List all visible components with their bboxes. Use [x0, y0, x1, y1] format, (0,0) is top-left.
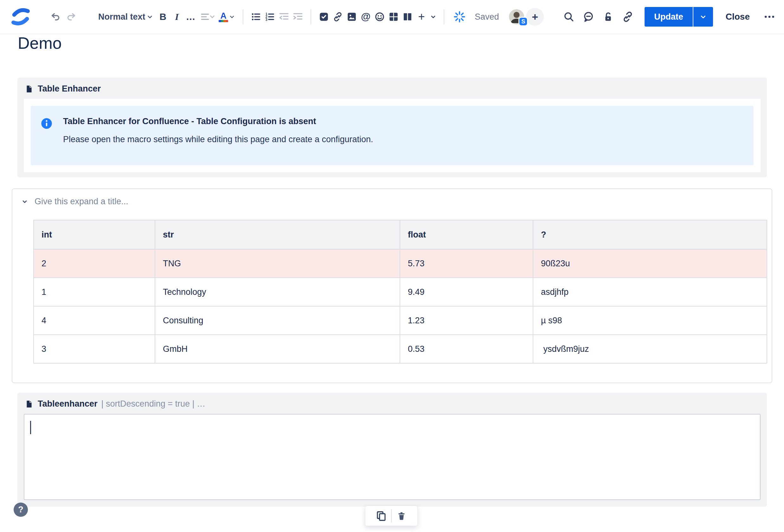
chevron-down-icon[interactable]	[20, 197, 29, 206]
avatar[interactable]: S	[509, 9, 524, 24]
close-button[interactable]: Close	[726, 12, 750, 22]
table-cell[interactable]: 2	[34, 249, 155, 278]
column-header[interactable]: float	[400, 220, 533, 249]
table-row: 2 TNG 5.73 90ß23u	[34, 249, 767, 278]
alignment-button[interactable]	[198, 9, 217, 24]
avatar-status-badge: S	[519, 17, 528, 26]
macro-name: Table Enhancer	[38, 84, 101, 94]
macro-name: Tableenhancer	[38, 399, 97, 409]
image-button[interactable]	[345, 9, 359, 24]
italic-button[interactable]: I	[170, 9, 184, 24]
macro-header: Table Enhancer	[18, 78, 767, 94]
table-cell[interactable]: Consulting	[155, 306, 400, 335]
text-style-label: Normal text	[98, 12, 145, 22]
outdent-icon	[277, 9, 291, 24]
update-button[interactable]: Update	[645, 7, 693, 27]
copy-link-icon[interactable]	[620, 9, 635, 24]
macro-body: Table Enhancer for Confluence - Table Co…	[24, 99, 760, 172]
search-icon[interactable]	[562, 9, 576, 24]
insert-dropdown-chevron-icon[interactable]	[428, 9, 438, 24]
layout-button[interactable]	[400, 9, 415, 24]
expand-panel: Give this expand a title... int str floa…	[12, 188, 772, 383]
unlock-icon[interactable]	[601, 9, 615, 24]
table-cell[interactable]: asdjhfp	[533, 278, 767, 306]
text-cursor	[30, 421, 31, 434]
chevron-down-icon	[146, 13, 154, 21]
toolbar-divider	[243, 9, 243, 24]
info-title: Table Enhancer for Confluence - Table Co…	[63, 117, 373, 126]
macro-floating-toolbar	[365, 506, 418, 526]
table-cell[interactable]: 1.23	[400, 306, 533, 335]
more-actions-icon[interactable]	[763, 10, 776, 23]
save-status-label: Saved	[475, 12, 499, 22]
text-color-button[interactable]: A	[217, 9, 237, 24]
color-swatch-bar	[219, 20, 228, 22]
undo-icon[interactable]	[48, 9, 63, 24]
table-cell[interactable]: 1	[34, 278, 155, 306]
table-cell[interactable]: TNG	[155, 249, 400, 278]
table-cell[interactable]: µ s98	[533, 306, 767, 335]
confluence-logo-icon[interactable]	[11, 8, 30, 26]
table-header-row: int str float ?	[34, 220, 767, 249]
trash-icon[interactable]	[392, 507, 411, 525]
copy-icon[interactable]	[371, 507, 391, 525]
update-options-chevron[interactable]	[693, 7, 713, 27]
toolbar-divider	[444, 9, 444, 24]
table-cell[interactable]: 9.49	[400, 278, 533, 306]
table-enhancer-macro[interactable]: Table Enhancer Table Enhancer for Conflu…	[18, 78, 767, 177]
toolbar-left-group: Normal text	[11, 0, 154, 34]
table-cell[interactable]: 5.73	[400, 249, 533, 278]
tableenhancer-macro[interactable]: Tableenhancer | sortDescending = true | …	[18, 393, 767, 507]
numbered-list-button[interactable]: 123	[263, 9, 277, 24]
mention-button[interactable]: @	[359, 9, 373, 24]
info-body: Please open the macro settings while edi…	[63, 135, 373, 144]
table-cell[interactable]: ysdvßm9juz	[533, 335, 767, 363]
document-icon	[25, 84, 33, 94]
table-cell[interactable]: 3	[34, 335, 155, 363]
macro-editor-area[interactable]	[24, 414, 760, 500]
task-list-button[interactable]	[317, 9, 331, 24]
invite-button[interactable]: +	[526, 8, 544, 26]
toolbar-format-group: B I … A 123	[156, 0, 499, 34]
svg-text:3: 3	[265, 18, 268, 22]
table-button[interactable]	[387, 9, 400, 24]
toolbar-divider	[311, 9, 311, 24]
table-cell[interactable]: 4	[34, 306, 155, 335]
column-header[interactable]: int	[34, 220, 155, 249]
table-row: 4 Consulting 1.23 µ s98	[34, 306, 767, 335]
table-cell[interactable]: GmbH	[155, 335, 400, 363]
macro-header: Tableenhancer | sortDescending = true | …	[18, 393, 767, 409]
document-icon	[25, 399, 33, 409]
table-row: 1 Technology 9.49 asdjhfp	[34, 278, 767, 306]
info-panel: Table Enhancer for Confluence - Table Co…	[31, 106, 754, 165]
table-cell[interactable]: Technology	[155, 278, 400, 306]
bullet-list-button[interactable]	[249, 9, 263, 24]
expand-header[interactable]: Give this expand a title...	[12, 189, 772, 206]
toolbar-right-group: S + Update Close	[509, 0, 776, 34]
column-header[interactable]: str	[155, 220, 400, 249]
help-button[interactable]: ?	[13, 503, 28, 517]
page-title[interactable]: Demo	[18, 34, 62, 53]
bold-button[interactable]: B	[156, 9, 170, 24]
macro-params: | sortDescending = true | …	[102, 399, 205, 409]
inline-comments-icon[interactable]	[581, 9, 596, 24]
table-cell[interactable]: 0.53	[400, 335, 533, 363]
link-button[interactable]	[331, 9, 345, 24]
info-icon	[40, 117, 63, 154]
redo-icon[interactable]	[64, 9, 79, 24]
more-formatting-button[interactable]: …	[184, 9, 198, 24]
emoji-button[interactable]	[373, 9, 387, 24]
table-row: 3 GmbH 0.53 ysdvßm9juz	[34, 335, 767, 363]
column-header[interactable]: ?	[533, 220, 767, 249]
spinner-icon	[453, 10, 466, 23]
table-cell[interactable]: 90ß23u	[533, 249, 767, 278]
data-table: int str float ? 2 TNG 5.73 90ß23u 1 Tech…	[33, 220, 767, 363]
editor-toolbar: Normal text B I … A	[0, 0, 784, 34]
insert-plus-button[interactable]: +	[415, 9, 428, 24]
expand-title-placeholder[interactable]: Give this expand a title...	[34, 197, 128, 206]
indent-icon	[291, 9, 305, 24]
text-style-dropdown[interactable]: Normal text	[98, 12, 154, 22]
save-status: Saved	[453, 10, 499, 23]
update-split-button: Update	[645, 7, 713, 27]
